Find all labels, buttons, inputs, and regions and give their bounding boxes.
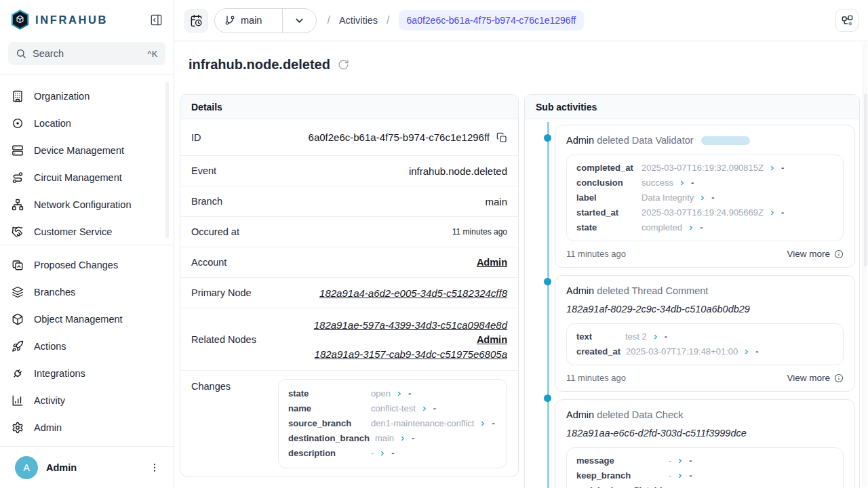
sidebar-nav-main: Proposed Changes Branches Object Managem…: [0, 245, 174, 441]
search-input[interactable]: [33, 48, 141, 59]
sidebar-item-activity[interactable]: Activity: [0, 387, 174, 414]
change-entry: description - -: [288, 446, 497, 461]
sidebar-user-footer: A Admin: [0, 446, 174, 488]
refresh-button[interactable]: [338, 59, 349, 70]
related-node-link[interactable]: 182a91a9-3157-cab9-34dc-c51975e6805a: [315, 348, 507, 360]
related-node-link[interactable]: Admin: [477, 334, 507, 345]
activity-actor: Admin: [566, 285, 594, 296]
activity-card: Admin deleted Thread Comment 182a91af-80…: [555, 275, 855, 392]
breadcrumb-activities-link[interactable]: Activities: [339, 15, 378, 26]
sidebar-item-device-management[interactable]: Device Management: [0, 137, 174, 164]
route-icon: [12, 171, 24, 184]
detail-row-changes: Changes state open - name conflict-test …: [180, 371, 518, 476]
bar-chart-icon: [12, 394, 24, 407]
sidebar-item-circuit-management[interactable]: Circuit Management: [0, 164, 174, 191]
branch-selector[interactable]: main: [214, 8, 317, 33]
sidebar-item-location[interactable]: Location: [0, 110, 174, 137]
sidebar-item-label: Organization: [34, 91, 90, 102]
sidebar-item-label: Object Management: [34, 314, 123, 325]
change-arrow-icon: [652, 333, 659, 340]
change-entry: state open -: [288, 386, 497, 401]
account-link[interactable]: Admin: [477, 257, 507, 268]
collapse-sidebar-button[interactable]: [149, 12, 164, 28]
change-arrow-icon: [399, 435, 406, 442]
building-icon: [12, 90, 24, 102]
changes-box: state open - name conflict-test - source…: [278, 379, 507, 468]
change-arrow-icon: [679, 180, 686, 186]
sidebar-item-integrations[interactable]: Integrations: [0, 360, 174, 387]
primary-node-link[interactable]: 182a91a4-a6d2-e005-34d5-c5182324cff8: [319, 287, 507, 299]
sub-activities-panel: Sub activities Admin deleted Data Valida…: [524, 94, 860, 488]
search-box[interactable]: ^K: [8, 42, 165, 65]
activity-attributes: message-- keep_branch-- enriched_conflic…: [566, 447, 844, 488]
view-more-button[interactable]: View more: [787, 249, 844, 259]
sidebar-item-label: Location: [34, 118, 71, 129]
skeleton-pill: [701, 136, 750, 145]
info-icon: [834, 249, 844, 259]
change-arrow-icon: [379, 450, 386, 457]
page-scrollbar[interactable]: [863, 43, 867, 487]
activity-node-id: 182a91aa-e6c6-d2fd-303d-c511f3999dce: [566, 426, 844, 440]
sidebar-item-label: Network Configuration: [34, 199, 131, 210]
sidebar-nav-objects: Organization Location Device Management …: [0, 75, 174, 245]
info-icon: [834, 373, 844, 383]
rocket-icon: [12, 340, 24, 352]
network-icon: [12, 199, 24, 211]
user-name: Admin: [46, 462, 77, 473]
topbar: main / Activities / 6a0f2e6c-b61a-4f75-b…: [174, 0, 868, 41]
panel-collapse-icon: [150, 14, 163, 26]
sidebar-item-admin[interactable]: Admin: [0, 414, 174, 441]
change-arrow-icon: [479, 420, 486, 427]
layers-icon: [12, 286, 24, 298]
details-header: Details: [180, 95, 518, 119]
handshake-icon: [12, 226, 24, 238]
sidebar-item-label: Proposed Changes: [34, 260, 118, 270]
time-travel-button[interactable]: [184, 9, 208, 33]
activity-attributes: texttest 2- created_at2025-03-07T17:19:4…: [566, 323, 844, 365]
refresh-icon: [338, 59, 349, 70]
related-node-link[interactable]: 182a91ae-597a-4399-34d3-c51ca0984e8d: [314, 319, 507, 331]
sidebar-header: INFRAHUB: [0, 0, 174, 39]
chevron-down-icon: [294, 15, 305, 26]
detail-row-id: ID 6a0f2e6c-b61a-4f75-b974-c76c1e1296ff: [180, 119, 518, 156]
breadcrumb-separator: /: [387, 14, 389, 26]
activity-action: deleted Data Validator: [597, 135, 693, 146]
sidebar-item-branches[interactable]: Branches: [0, 279, 174, 306]
branch-dropdown-toggle[interactable]: [282, 9, 316, 33]
detail-event-value: infrahub.node.deleted: [409, 165, 507, 177]
sidebar-item-network-configuration[interactable]: Network Configuration: [0, 191, 174, 218]
sidebar-item-actions[interactable]: Actions: [0, 333, 174, 360]
sidebar-item-object-management[interactable]: Object Management: [0, 306, 174, 333]
change-arrow-icon: [743, 348, 750, 355]
sidebar-item-label: Device Management: [34, 145, 124, 156]
sidebar-item-label: Activity: [34, 395, 65, 406]
detail-row-related-nodes: Related Nodes 182a91ae-597a-4399-34d3-c5…: [180, 308, 518, 371]
sidebar-item-organization[interactable]: Organization: [0, 83, 174, 110]
activity-actor: Admin: [566, 135, 594, 146]
box-icon: [12, 313, 24, 325]
sub-activities-header: Sub activities: [525, 95, 859, 119]
search-shortcut: ^K: [147, 49, 158, 59]
schema-visualizer-button[interactable]: [835, 9, 859, 32]
detail-occured-at-value: 11 minutes ago: [452, 227, 507, 237]
activity-timestamp: 11 minutes ago: [566, 373, 626, 383]
breadcrumb: / Activities / 6a0f2e6c-b61a-4f75-b974-c…: [327, 10, 584, 30]
detail-branch-value: main: [485, 196, 507, 207]
change-arrow-icon: [769, 165, 776, 171]
sidebar-item-label: Branches: [34, 287, 75, 298]
activity-action: deleted Thread Comment: [597, 285, 708, 296]
sidebar-item-proposed-changes[interactable]: Proposed Changes: [0, 251, 174, 279]
main-content: infrahub.node.deleted Details ID 6a0f2e6…: [174, 41, 868, 488]
user-menu-button[interactable]: [146, 460, 163, 476]
activity-action: deleted Data Check: [597, 409, 683, 420]
copy-id-button[interactable]: [496, 132, 507, 143]
plug-icon: [12, 367, 24, 380]
sidebar-scrollbar[interactable]: [165, 82, 169, 238]
view-more-button[interactable]: View more: [787, 373, 844, 383]
change-entry: source_branch den1-maintenance-conflict …: [288, 416, 497, 431]
kebab-icon: [149, 462, 160, 473]
activity-timestamp: 11 minutes ago: [566, 249, 626, 259]
avatar: A: [15, 456, 38, 479]
sidebar-item-customer-service[interactable]: Customer Service: [0, 218, 174, 245]
page-scrollbar-thumb[interactable]: [864, 94, 867, 266]
